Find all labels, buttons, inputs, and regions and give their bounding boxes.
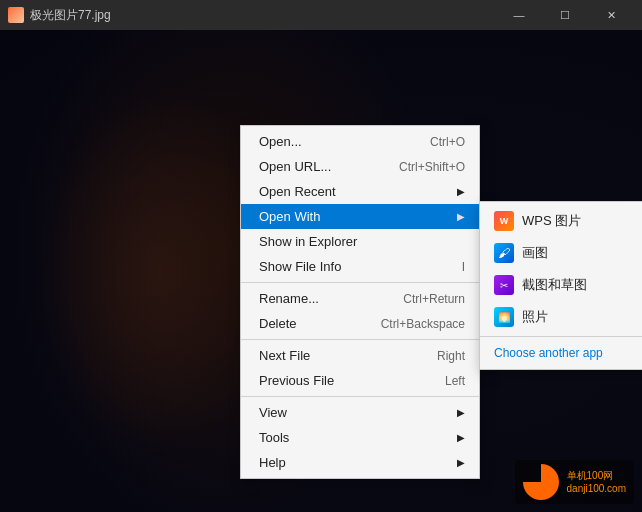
title-bar: 极光图片77.jpg — ☐ ✕ (0, 0, 642, 30)
watermark: 单机100网 danji100.com (515, 460, 634, 504)
menu-item-prev-file[interactable]: Previous File Left (241, 368, 479, 393)
chevron-right-icon-openwith: ▶ (457, 211, 465, 222)
menu-item-open-recent[interactable]: Open Recent ▶ (241, 179, 479, 204)
chevron-right-icon: ▶ (457, 186, 465, 197)
maximize-button[interactable]: ☐ (542, 0, 588, 30)
window-title: 极光图片77.jpg (30, 7, 111, 24)
menu-item-open-url[interactable]: Open URL... Ctrl+Shift+O (241, 154, 479, 179)
submenu-item-photos[interactable]: 🌅 照片 (480, 301, 642, 333)
menu-item-open-with[interactable]: Open With ▶ W WPS 图片 🖌 画图 ✂ 截图和草图 (241, 204, 479, 229)
minimize-button[interactable]: — (496, 0, 542, 30)
separator-3 (241, 396, 479, 397)
chevron-right-icon-help: ▶ (457, 457, 465, 468)
close-button[interactable]: ✕ (588, 0, 634, 30)
menu-item-tools[interactable]: Tools ▶ (241, 425, 479, 450)
paint-icon: 🖌 (494, 243, 514, 263)
separator-2 (241, 339, 479, 340)
submenu-item-wps[interactable]: W WPS 图片 (480, 205, 642, 237)
menu-item-next-file[interactable]: Next File Right (241, 343, 479, 368)
title-bar-controls: — ☐ ✕ (496, 0, 634, 30)
image-viewer-background: 单机100网 danji100.com Open... Ctrl+O Open … (0, 30, 642, 512)
menu-item-view[interactable]: View ▶ (241, 400, 479, 425)
watermark-text: 单机100网 danji100.com (567, 469, 626, 495)
submenu-item-snip[interactable]: ✂ 截图和草图 (480, 269, 642, 301)
app-icon (8, 7, 24, 23)
submenu-separator (480, 336, 642, 337)
chevron-right-icon-tools: ▶ (457, 432, 465, 443)
title-bar-left: 极光图片77.jpg (8, 7, 111, 24)
context-menu: Open... Ctrl+O Open URL... Ctrl+Shift+O … (240, 125, 480, 479)
menu-item-delete[interactable]: Delete Ctrl+Backspace (241, 311, 479, 336)
watermark-logo (523, 464, 559, 500)
menu-item-show-file-info[interactable]: Show File Info I (241, 254, 479, 279)
menu-item-open[interactable]: Open... Ctrl+O (241, 129, 479, 154)
separator-1 (241, 282, 479, 283)
snip-icon: ✂ (494, 275, 514, 295)
choose-another-app[interactable]: Choose another app (480, 340, 642, 366)
photos-icon: 🌅 (494, 307, 514, 327)
menu-item-show-explorer[interactable]: Show in Explorer (241, 229, 479, 254)
chevron-right-icon-view: ▶ (457, 407, 465, 418)
menu-item-help[interactable]: Help ▶ (241, 450, 479, 475)
open-with-submenu: W WPS 图片 🖌 画图 ✂ 截图和草图 🌅 照片 (479, 201, 642, 370)
menu-item-rename[interactable]: Rename... Ctrl+Return (241, 286, 479, 311)
submenu-item-paint[interactable]: 🖌 画图 (480, 237, 642, 269)
wps-icon: W (494, 211, 514, 231)
